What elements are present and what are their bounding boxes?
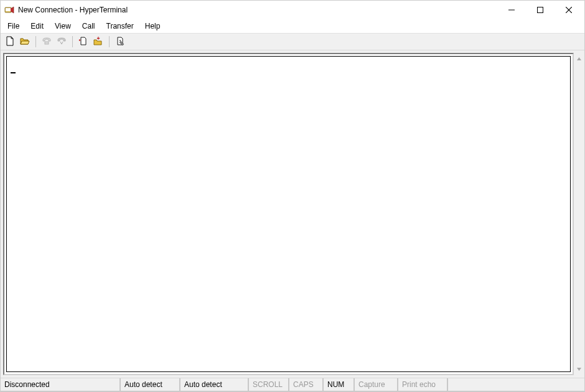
status-connection: Disconnected [1, 378, 120, 391]
menu-help[interactable]: Help [139, 21, 166, 32]
toolbar-separator [35, 36, 36, 47]
toolbar-separator [109, 36, 110, 47]
status-capture: Capture [354, 378, 398, 391]
connect-button[interactable] [40, 35, 54, 49]
vertical-scrollbar[interactable] [574, 53, 584, 375]
disconnect-button[interactable] [55, 35, 68, 49]
open-folder-icon [20, 36, 30, 48]
status-caps: CAPS [289, 378, 323, 391]
menu-view[interactable]: View [49, 21, 77, 32]
send-file-icon [78, 36, 88, 48]
menu-file[interactable]: File [2, 21, 25, 32]
title-bar: New Connection - HyperTerminal [1, 1, 584, 19]
status-autodetect-2: Auto detect [180, 378, 248, 391]
new-file-icon [5, 36, 15, 48]
terminal[interactable] [6, 56, 571, 372]
receive-button[interactable] [91, 35, 105, 49]
close-button[interactable] [555, 1, 583, 19]
toolbar-separator [72, 36, 73, 47]
menu-transfer[interactable]: Transfer [101, 21, 139, 32]
open-button[interactable] [18, 35, 32, 49]
toolbar [1, 33, 584, 50]
terminal-frame [3, 53, 574, 375]
app-window: New Connection - HyperTerminal File Edit… [0, 0, 585, 392]
phone-disconnect-icon [57, 36, 67, 48]
menu-call[interactable]: Call [77, 21, 101, 32]
scroll-up-icon[interactable] [574, 54, 584, 63]
receive-file-icon [93, 36, 103, 48]
svg-rect-1 [6, 8, 11, 11]
status-scroll: SCROLL [248, 378, 289, 391]
svg-point-7 [119, 40, 121, 41]
status-num: NUM [323, 378, 354, 391]
status-printecho: Print echo [398, 378, 447, 391]
maximize-button[interactable] [526, 1, 555, 19]
status-bar: Disconnected Auto detect Auto detect SCR… [1, 378, 584, 391]
work-area [1, 50, 584, 378]
app-icon [4, 5, 14, 15]
window-controls [497, 1, 583, 19]
menu-bar: File Edit View Call Transfer Help [1, 19, 584, 33]
phone-connect-icon [42, 36, 52, 48]
window-title: New Connection - HyperTerminal [18, 6, 497, 14]
new-button[interactable] [3, 35, 17, 49]
status-spacer [447, 378, 584, 391]
svg-rect-6 [45, 42, 49, 44]
scroll-down-icon[interactable] [574, 365, 584, 374]
send-button[interactable] [77, 35, 90, 49]
minimize-button[interactable] [497, 1, 526, 19]
menu-edit[interactable]: Edit [25, 21, 49, 32]
properties-button[interactable] [113, 35, 127, 49]
cursor-icon [11, 72, 16, 73]
svg-rect-3 [538, 7, 543, 13]
properties-icon [115, 36, 125, 48]
status-autodetect-1: Auto detect [120, 378, 180, 391]
